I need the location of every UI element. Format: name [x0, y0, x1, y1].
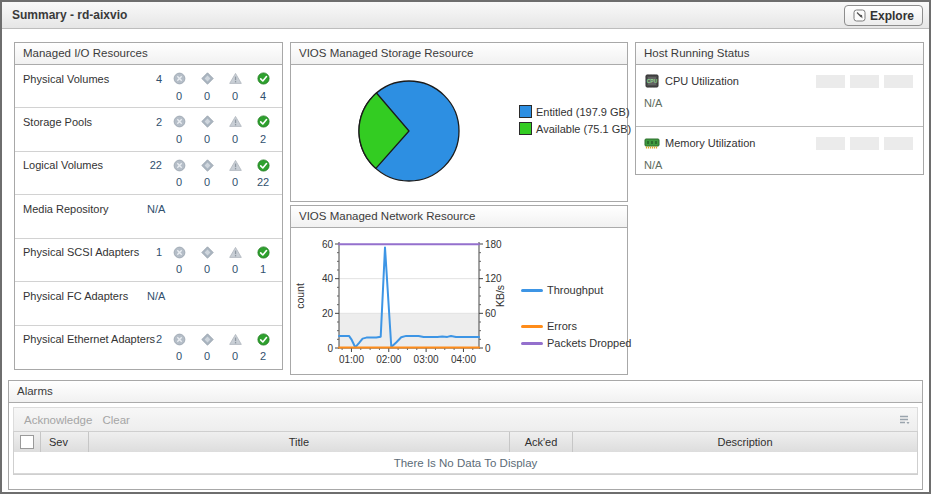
throughput-label: Throughput — [547, 284, 603, 296]
critical-icon — [193, 72, 221, 85]
select-all-checkbox[interactable] — [20, 435, 34, 449]
io-row-total: 1 — [135, 246, 165, 258]
available-label: Available (75.1 GB) — [536, 123, 631, 135]
alarms-table: Sev Title Ack'ed Description There Is No… — [13, 431, 918, 475]
placeholder-box — [816, 75, 845, 88]
managed-io-resources-title: Managed I/O Resources — [15, 43, 282, 65]
select-all-cell — [14, 432, 41, 452]
managed-io-resources-body: Physical Volumes40004Storage Pools20002L… — [15, 65, 282, 368]
warning-icon — [221, 72, 249, 85]
critical-icon — [193, 115, 221, 128]
managed-io-resources-panel: Managed I/O Resources Physical Volumes40… — [14, 42, 283, 370]
critical-icon — [193, 159, 221, 172]
io-row-total: 4 — [135, 73, 165, 85]
available-swatch — [519, 122, 532, 135]
placeholder-box — [850, 75, 879, 88]
pie-legend-item-entitled: Entitled (197.9 GB) — [519, 105, 630, 118]
page-header: Summary - rd-aixvio Explore — [2, 2, 929, 29]
io-row-label: Storage Pools — [23, 116, 135, 128]
svg-text:0: 0 — [485, 343, 491, 354]
io-resource-row: Physical Volumes40004 — [15, 65, 282, 108]
alarms-body: Acknowledge Clear Sev Title Ack'ed — [9, 403, 922, 487]
fatal-icon — [165, 159, 193, 172]
io-row-total: 2 — [135, 333, 165, 345]
memory-utilization-label: Memory Utilization — [665, 137, 755, 149]
alarms-table-header: Sev Title Ack'ed Description — [14, 432, 917, 452]
io-severity-count: 0 — [193, 350, 221, 362]
host-running-status-panel: Host Running Status CPU CPU Utilization — [635, 42, 924, 175]
alarms-panel: Alarms Acknowledge Clear Sev — [8, 380, 923, 490]
critical-icon — [193, 333, 221, 346]
io-row-label: Physical Volumes — [23, 73, 135, 85]
io-resource-row: Physical SCSI Adapters10001 — [15, 239, 282, 282]
memory-placeholder-boxes — [816, 137, 913, 150]
svg-text:60: 60 — [322, 239, 334, 250]
svg-text:CPU: CPU — [647, 78, 658, 84]
storage-resource-title: VIOS Managed Storage Resource — [291, 43, 627, 65]
errors-label: Errors — [547, 320, 577, 332]
io-resource-row: Physical FC AdaptersN/A — [15, 282, 282, 325]
right-axis-title: KB/s — [494, 285, 506, 307]
io-resource-row: Media RepositoryN/A — [15, 195, 282, 238]
column-header-sev[interactable]: Sev — [41, 432, 89, 452]
fatal-icon — [165, 115, 193, 128]
io-severity-count: 2 — [249, 133, 277, 145]
clear-button[interactable]: Clear — [102, 414, 129, 426]
io-severity-count: 0 — [165, 176, 193, 188]
legend-item-throughput: Throughput — [521, 284, 603, 296]
io-row-label: Logical Volumes — [23, 159, 135, 171]
normal-icon — [249, 72, 277, 85]
cpu-icon: CPU — [644, 73, 660, 89]
placeholder-box — [884, 137, 913, 150]
column-header-acked[interactable]: Ack'ed — [510, 432, 573, 452]
io-row-total: 2 — [135, 116, 165, 128]
io-severity-count: 0 — [193, 133, 221, 145]
svg-text:60: 60 — [485, 308, 497, 319]
legend-item-errors: Errors — [521, 320, 577, 332]
placeholder-box — [816, 137, 845, 150]
io-resource-row: Storage Pools20002 — [15, 108, 282, 151]
io-row-label: Physical Ethernet Adapters — [23, 333, 135, 345]
alarms-toolbar: Acknowledge Clear — [13, 407, 918, 433]
normal-icon — [249, 115, 277, 128]
throughput-swatch — [521, 289, 543, 292]
io-severity-count: 0 — [165, 90, 193, 102]
io-severity-count: 0 — [193, 90, 221, 102]
acknowledge-button[interactable]: Acknowledge — [24, 414, 92, 426]
network-resource-body: 020406006012018001:0002:0003:0004:00 cou… — [291, 228, 627, 372]
normal-icon — [249, 159, 277, 172]
svg-text:04:00: 04:00 — [451, 354, 476, 365]
entitled-swatch — [519, 105, 532, 118]
io-severity-count: 0 — [165, 263, 193, 275]
io-severity-count: 0 — [165, 350, 193, 362]
svg-text:0: 0 — [327, 343, 333, 354]
column-header-description[interactable]: Description — [573, 432, 917, 452]
io-severity-count: 0 — [221, 350, 249, 362]
no-data-message: There Is No Data To Display — [14, 452, 917, 474]
entitled-label: Entitled (197.9 GB) — [536, 106, 630, 118]
network-resource-panel: VIOS Managed Network Resource 0204060060… — [290, 205, 628, 375]
io-resource-row: Logical Volumes2200022 — [15, 152, 282, 195]
memory-icon — [644, 135, 660, 151]
io-severity-count: 2 — [249, 350, 277, 362]
fatal-icon — [165, 72, 193, 85]
fatal-icon — [165, 333, 193, 346]
io-row-label: Media Repository — [23, 203, 135, 215]
host-running-status-title: Host Running Status — [636, 43, 923, 65]
table-customizer-icon[interactable] — [897, 413, 911, 427]
host-running-status-body: CPU CPU Utilization N/A — [636, 65, 923, 188]
vios-summary-page: Summary - rd-aixvio Explore Managed I/O … — [0, 0, 931, 494]
warning-icon — [221, 159, 249, 172]
placeholder-box — [884, 75, 913, 88]
placeholder-box — [850, 137, 879, 150]
left-axis-title: count — [294, 283, 306, 309]
critical-icon — [193, 246, 221, 259]
explore-button-label: Explore — [870, 9, 914, 23]
explore-button[interactable]: Explore — [844, 5, 923, 26]
io-row-label: Physical SCSI Adapters — [23, 246, 135, 258]
column-header-title[interactable]: Title — [89, 432, 510, 452]
page-title: Summary - rd-aixvio — [12, 8, 127, 22]
explore-icon — [853, 9, 866, 22]
svg-text:20: 20 — [322, 308, 334, 319]
io-severity-count: 1 — [249, 263, 277, 275]
